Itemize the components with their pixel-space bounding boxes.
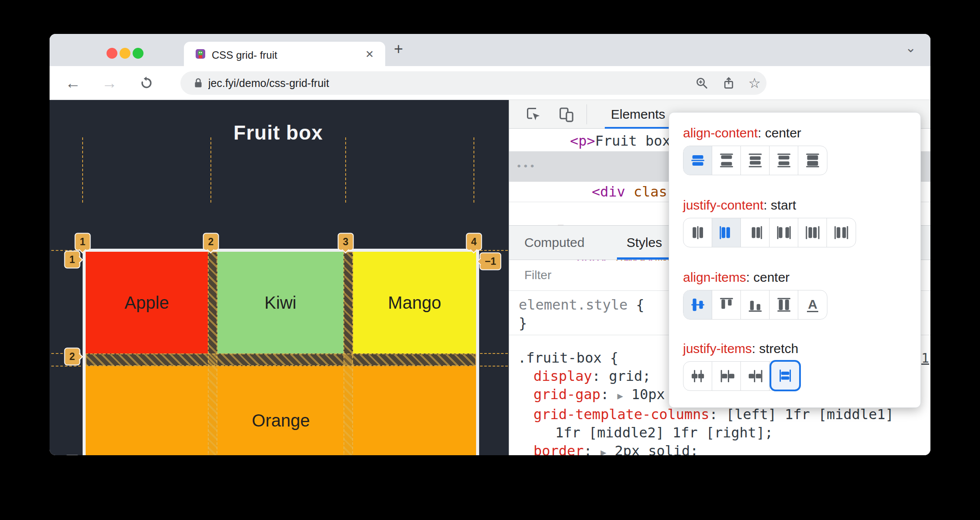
stylesheet-source-link[interactable]: 1 — [921, 350, 929, 366]
align-items-center-button[interactable] — [683, 290, 712, 319]
align-content-space-around-button[interactable] — [741, 146, 770, 175]
browser-window: CSS grid- fruit ✕ + ⌄ ← → — [50, 34, 930, 455]
close-window-button[interactable] — [107, 48, 117, 59]
align-items-label: align-items: center — [683, 270, 790, 285]
expand-arrow-icon[interactable]: ▶ — [600, 447, 606, 455]
lock-icon — [193, 77, 204, 89]
justify-items-start-button[interactable] — [712, 362, 741, 390]
grid-line-number-badge: 2 — [64, 348, 80, 366]
inspect-element-icon[interactable] — [526, 107, 541, 122]
grid-overlay-dashed-line — [480, 366, 508, 367]
favicon-icon — [195, 49, 206, 59]
grid-overlay-dashed-line — [345, 137, 346, 203]
justify-items-center-button[interactable] — [683, 362, 712, 390]
justify-content-space-around-button[interactable] — [798, 218, 827, 247]
justify-content-options — [683, 218, 856, 247]
fruit-box-grid: Apple Kiwi Mango Orange — [83, 249, 479, 455]
justify-items-options — [683, 361, 801, 391]
browser-tab[interactable]: CSS grid- fruit ✕ — [184, 42, 385, 66]
tab-styles[interactable]: Styles — [627, 235, 662, 250]
css-value[interactable]: [left] 1fr [middle1] — [718, 406, 894, 423]
css-property[interactable]: display — [533, 368, 592, 384]
styles-filter-input[interactable] — [524, 267, 655, 284]
grid-overlay-dashed-line — [51, 366, 81, 367]
grid-cell-orange: Orange — [86, 366, 476, 455]
justify-items-end-button[interactable] — [741, 362, 770, 390]
tab-title: CSS grid- fruit — [212, 49, 277, 61]
align-items-baseline-button[interactable]: A — [798, 290, 827, 319]
grid-cell-apple: Apple — [86, 252, 208, 353]
tab-strip: CSS grid- fruit ✕ + ⌄ — [50, 34, 930, 66]
grid-line-number-badge: 1 — [64, 251, 80, 269]
align-content-options — [683, 146, 827, 175]
back-button[interactable]: ← — [65, 74, 81, 92]
css-value[interactable]: grid; — [600, 368, 651, 384]
align-content-center-button[interactable] — [683, 146, 712, 175]
browser-toolbar: ← → ☆ — [50, 66, 930, 100]
minimize-window-button[interactable] — [120, 48, 130, 59]
grid-line-number-badge: 2 — [203, 233, 219, 251]
active-tab-underline — [605, 127, 679, 129]
align-content-space-between-button[interactable] — [712, 146, 741, 175]
css-property[interactable]: grid-template-columns — [533, 406, 710, 423]
justify-items-stretch-button[interactable] — [770, 360, 801, 391]
grid-overlay-dashed-line — [82, 137, 83, 203]
forward-button[interactable]: → — [102, 74, 117, 92]
align-content-space-evenly-button[interactable] — [770, 146, 798, 175]
grid-line-number-badge: 4 — [466, 233, 482, 251]
grid-overlay-dashed-line — [473, 137, 474, 203]
grid-overlay-dashed-line — [480, 353, 508, 354]
align-items-end-button[interactable] — [741, 290, 770, 319]
url-input[interactable] — [208, 71, 643, 95]
grid-line-number-badge: 3 — [338, 233, 354, 251]
grid-overlay-dashed-line — [210, 137, 211, 203]
grid-overlay-dashed-line — [480, 250, 508, 251]
fullscreen-window-button[interactable] — [133, 48, 143, 59]
share-icon[interactable] — [722, 77, 735, 90]
grid-row-gap-hatch — [86, 353, 476, 366]
url-bar[interactable]: ☆ — [180, 71, 767, 95]
expand-arrow-icon[interactable]: ▶ — [617, 390, 623, 401]
grid-line-number-badge: −1 — [480, 253, 501, 270]
dom-ellipsis-icon: ••• — [516, 151, 536, 182]
grid-line-number-badge: 1 — [75, 233, 91, 251]
baseline-A-icon: A — [807, 298, 818, 312]
css-value[interactable]: 1fr [middle2] 1fr [right]; — [555, 424, 773, 441]
align-items-stretch-button[interactable] — [770, 290, 798, 319]
css-value[interactable]: 10px — [623, 386, 665, 403]
justify-content-start-button[interactable] — [712, 218, 741, 247]
justify-content-space-evenly-button[interactable] — [827, 218, 856, 247]
tab-computed[interactable]: Computed — [524, 235, 584, 250]
toolbar-divider — [587, 104, 587, 124]
css-property[interactable]: border — [533, 443, 584, 455]
grid-cell-mango: Mango — [353, 252, 476, 353]
align-items-start-button[interactable] — [712, 290, 741, 319]
css-value[interactable]: 2px solid; — [606, 443, 698, 455]
css-property[interactable]: grid-gap — [533, 386, 600, 403]
justify-items-label: justify-items: stretch — [683, 341, 798, 356]
new-tab-button[interactable]: + — [394, 40, 403, 58]
justify-content-center-button[interactable] — [683, 218, 712, 247]
zoom-icon[interactable] — [695, 77, 708, 90]
align-items-options: A — [683, 290, 827, 320]
grid-alignment-popup: align-content: center justify-content: s… — [669, 112, 921, 408]
page-title: Fruit box — [50, 121, 507, 144]
bookmark-star-icon[interactable]: ☆ — [748, 75, 761, 91]
web-page: Fruit box Apple Kiwi Mango Orange 1 2 — [50, 100, 509, 455]
justify-content-space-between-button[interactable] — [770, 218, 798, 247]
tab-elements[interactable]: Elements — [611, 107, 665, 122]
justify-content-label: justify-content: start — [683, 198, 796, 213]
grid-cell-kiwi: Kiwi — [217, 252, 343, 353]
align-content-stretch-button[interactable] — [798, 146, 827, 175]
justify-content-end-button[interactable] — [741, 218, 770, 247]
align-content-label: align-content: center — [683, 126, 801, 140]
grid-line-number-badge: 3 — [64, 455, 80, 456]
device-toolbar-icon[interactable] — [558, 107, 574, 123]
tab-close-icon[interactable]: ✕ — [365, 48, 374, 60]
reload-button[interactable] — [139, 76, 154, 90]
tab-search-chevron-icon[interactable]: ⌄ — [905, 40, 916, 55]
